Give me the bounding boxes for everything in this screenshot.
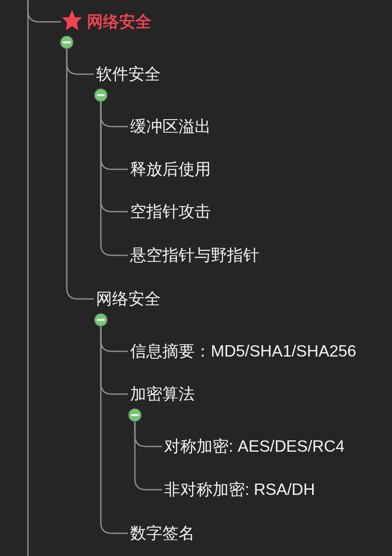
- node-root-label[interactable]: 网络安全: [87, 13, 151, 31]
- node-digest-label[interactable]: 信息摘要：MD5/SHA1/SHA256: [130, 342, 356, 360]
- node-asym-enc-label[interactable]: 非对称加密: RSA/DH: [164, 480, 315, 498]
- node-dangling-ptr-label[interactable]: 悬空指针与野指针: [130, 246, 259, 264]
- connector-netsec-c0: [101, 326, 128, 351]
- node-use-after-free-label[interactable]: 释放后使用: [130, 160, 211, 178]
- node-net-sec-label[interactable]: 网络安全: [96, 290, 161, 308]
- connector-softsec-c1: [101, 102, 128, 169]
- node-enc-algo-label[interactable]: 加密算法: [130, 385, 195, 403]
- connector-root-child0: [67, 49, 94, 74]
- collapse-toggle-net-sec[interactable]: [94, 313, 107, 326]
- node-soft-sec-label[interactable]: 软件安全: [96, 65, 161, 83]
- connector-to-root: [28, 0, 61, 22]
- svg-rect-1: [63, 41, 71, 44]
- connector-encalgo-c0: [135, 422, 162, 446]
- node-digital-sig-label[interactable]: 数字签名: [130, 524, 195, 542]
- node-sym-enc-label[interactable]: 对称加密: AES/DES/RC4: [164, 437, 344, 455]
- connector-softsec-c0: [101, 102, 128, 127]
- collapse-toggle-root[interactable]: [60, 36, 73, 49]
- collapse-toggle-enc-algo[interactable]: [128, 408, 141, 422]
- star-icon: [62, 10, 82, 30]
- connector-netsec-c1: [101, 326, 128, 394]
- connector-netsec-c2: [101, 326, 128, 533]
- svg-rect-3: [97, 94, 105, 96]
- connector-root-child1: [67, 49, 94, 299]
- collapse-toggle-soft-sec[interactable]: [94, 89, 107, 102]
- node-buf-overflow-label[interactable]: 缓冲区溢出: [130, 117, 211, 135]
- svg-rect-7: [131, 414, 139, 416]
- svg-rect-5: [97, 319, 105, 321]
- node-null-ptr-label[interactable]: 空指针攻击: [130, 202, 211, 220]
- connector-softsec-c2: [101, 102, 128, 212]
- connector-encalgo-c1: [135, 422, 162, 490]
